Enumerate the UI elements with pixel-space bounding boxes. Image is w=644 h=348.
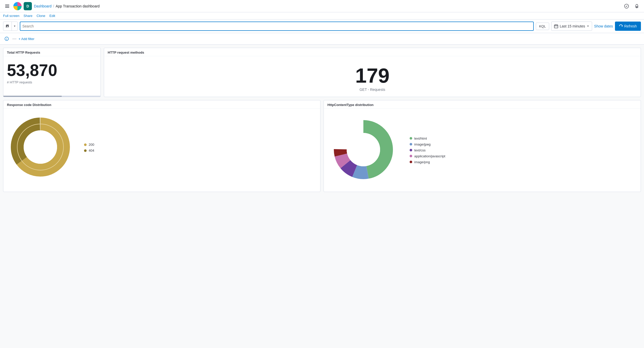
legend-label-200: 200 — [89, 143, 94, 147]
legend-item-image-jpeg: image/jpeg — [410, 142, 445, 146]
user-badge: D — [24, 2, 32, 10]
legend-dot-text-html — [410, 137, 412, 140]
legend-label-text-html: text/html — [414, 137, 427, 140]
legend-item-text-html: text/html — [410, 137, 445, 140]
total-requests-title: Total HTTP Requests — [3, 48, 100, 56]
svg-rect-0 — [5, 5, 9, 5]
edit-link[interactable]: Edit — [49, 14, 55, 18]
search-input-wrap — [20, 22, 534, 31]
chevron-down-icon — [587, 25, 589, 27]
total-requests-label: # HTTP requests — [3, 79, 100, 87]
dashboard: Total HTTP Requests 53,870 # HTTP reques… — [0, 45, 644, 195]
http-methods-title: HTTP request methods — [104, 48, 641, 56]
add-filter-button[interactable]: + Add filter — [19, 37, 34, 41]
breadcrumb-parent[interactable]: Dashboard — [34, 4, 52, 8]
response-dist-panel: Response code Distribution 200 — [3, 100, 320, 192]
dashboard-row-1: Total HTTP Requests 53,870 # HTTP reques… — [3, 48, 641, 97]
legend-item-text-css: text/css — [410, 148, 445, 152]
save-button[interactable] — [3, 22, 12, 31]
time-picker[interactable]: Last 15 minutes — [551, 22, 592, 31]
search-input[interactable] — [22, 24, 531, 28]
top-nav: D Dashboard / App Transaction dashboard — [0, 0, 644, 12]
action-bar: Full screen Share Clone Edit — [0, 12, 644, 20]
breadcrumb-separator: / — [53, 4, 54, 8]
breadcrumb: Dashboard / App Transaction dashboard — [34, 4, 100, 8]
search-bar: KQL Last 15 minutes Show dates Refresh — [0, 20, 644, 33]
legend-label-text-css: text/css — [414, 148, 426, 152]
kql-button[interactable]: KQL — [536, 23, 549, 30]
legend-dot-image-png — [410, 161, 412, 163]
scroll-bar — [3, 96, 62, 97]
http-methods-value: 179 — [104, 56, 641, 88]
legend-label-404: 404 — [89, 149, 94, 152]
legend-dot-image-jpeg — [410, 143, 412, 146]
legend-dot-200 — [84, 143, 87, 146]
content-type-title: HttpContentType distribution — [324, 100, 641, 109]
filter-bar: — + Add filter — [0, 33, 644, 45]
legend-label-image-png: image/png — [414, 160, 430, 164]
content-type-content: text/html image/jpeg text/css applicatio… — [324, 109, 641, 192]
time-picker-label: Last 15 minutes — [560, 24, 585, 28]
hamburger-button[interactable] — [3, 2, 11, 10]
content-type-legend: text/html image/jpeg text/css applicatio… — [410, 137, 445, 164]
legend-item-200: 200 — [84, 143, 94, 147]
calendar-icon — [554, 24, 558, 28]
save-button-wrap — [3, 22, 18, 31]
share-link[interactable]: Share — [24, 14, 33, 18]
legend-item-404: 404 — [84, 149, 94, 152]
refresh-label: Refresh — [624, 24, 637, 28]
refresh-button[interactable]: Refresh — [615, 22, 641, 31]
dashboard-row-2: Response code Distribution 200 — [3, 100, 641, 192]
breadcrumb-current: App Transaction dashboard — [56, 4, 99, 8]
svg-rect-4 — [554, 25, 558, 28]
response-dist-content: 200 404 — [3, 109, 320, 187]
legend-item-image-png: image/png — [410, 160, 445, 164]
elastic-logo — [13, 2, 22, 10]
filter-divider: — — [12, 36, 16, 41]
filter-options-button[interactable] — [3, 35, 10, 42]
total-requests-value: 53,870 — [3, 56, 100, 79]
http-methods-label: GET - Requests — [104, 88, 641, 97]
refresh-icon — [619, 24, 623, 28]
scroll-indicator — [3, 96, 100, 97]
response-dist-title: Response code Distribution — [3, 100, 320, 109]
content-type-donut-chart — [327, 114, 399, 187]
response-dist-legend: 200 404 — [84, 143, 94, 152]
notifications-icon-button[interactable] — [633, 2, 641, 10]
svg-point-9 — [24, 130, 57, 164]
legend-item-app-js: application/javascript — [410, 154, 445, 158]
svg-rect-2 — [5, 7, 9, 8]
alerts-icon-button[interactable] — [622, 2, 631, 10]
legend-dot-text-css — [410, 149, 412, 151]
content-type-panel: HttpContentType distribution — [324, 100, 641, 192]
http-methods-panel: HTTP request methods 179 GET - Requests — [104, 48, 641, 97]
legend-dot-app-js — [410, 155, 412, 157]
legend-label-image-jpeg: image/jpeg — [414, 142, 431, 146]
total-requests-panel: Total HTTP Requests 53,870 # HTTP reques… — [3, 48, 101, 97]
fullscreen-link[interactable]: Full screen — [3, 14, 20, 18]
save-chevron-button[interactable] — [12, 22, 17, 31]
svg-rect-1 — [5, 6, 9, 6]
show-dates-button[interactable]: Show dates — [594, 24, 613, 28]
clone-link[interactable]: Clone — [36, 14, 45, 18]
response-donut-chart — [7, 114, 74, 181]
legend-dot-404 — [84, 149, 87, 152]
svg-point-15 — [347, 133, 380, 166]
legend-label-app-js: application/javascript — [414, 154, 445, 158]
